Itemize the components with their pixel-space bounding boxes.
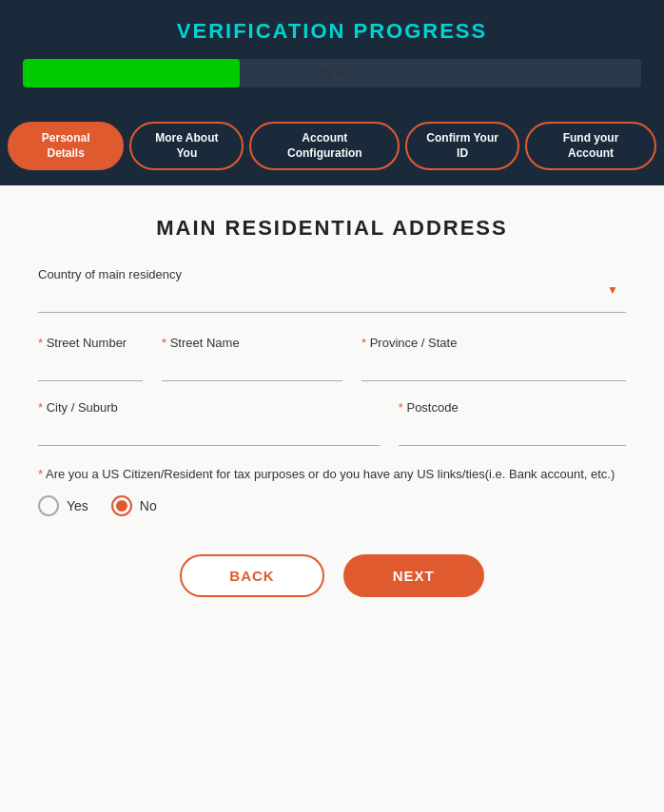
city-postcode-row: City / Suburb Postcode xyxy=(38,400,626,446)
tab-fund-your-account[interactable]: Fund your Account xyxy=(525,122,656,170)
page-title: VERIFICATION PROGRESS xyxy=(23,19,641,44)
province-state-input[interactable] xyxy=(361,356,626,381)
main-content: MAIN RESIDENTIAL ADDRESS Country of main… xyxy=(0,185,664,812)
tab-more-about-you[interactable]: More About You xyxy=(129,122,244,170)
street-name-input[interactable] xyxy=(162,356,342,381)
street-name-group: Street Name xyxy=(162,336,342,381)
header: VERIFICATION PROGRESS 35 % xyxy=(0,0,664,110)
radio-no-item[interactable]: No xyxy=(111,495,157,516)
country-select[interactable]: United States South Africa United Kingdo… xyxy=(38,287,626,313)
next-button[interactable]: NEXT xyxy=(343,554,484,597)
progress-label: 35 % xyxy=(318,67,346,81)
radio-group: Yes No xyxy=(38,495,626,516)
tab-confirm-your-id[interactable]: Confirm Your ID xyxy=(405,122,519,170)
radio-yes-label: Yes xyxy=(67,498,88,513)
tab-personal-details[interactable]: Personal Details xyxy=(8,122,124,170)
progress-bar-background: 35 % xyxy=(23,59,641,87)
country-group: Country of main residency United States … xyxy=(38,267,626,313)
province-state-label: Province / State xyxy=(361,336,626,350)
street-name-label: Street Name xyxy=(162,336,342,350)
postcode-group: Postcode xyxy=(399,400,626,446)
section-title: MAIN RESIDENTIAL ADDRESS xyxy=(38,216,626,241)
tax-question-text: * Are you a US Citizen/Resident for tax … xyxy=(38,465,626,484)
page-container: VERIFICATION PROGRESS 35 % Personal Deta… xyxy=(0,0,664,812)
tab-account-configuration[interactable]: Account Configuration xyxy=(249,122,400,170)
city-suburb-input[interactable] xyxy=(38,420,380,446)
postcode-input[interactable] xyxy=(399,420,626,446)
nav-tabs: Personal Details More About You Account … xyxy=(0,110,664,185)
street-number-input[interactable] xyxy=(38,356,143,381)
back-button[interactable]: BACK xyxy=(180,554,323,597)
tax-question-group: * Are you a US Citizen/Resident for tax … xyxy=(38,465,626,516)
province-state-group: Province / State xyxy=(361,336,626,381)
progress-bar-fill xyxy=(23,59,240,87)
street-number-label: Street Number xyxy=(38,336,143,350)
radio-yes-item[interactable]: Yes xyxy=(38,495,88,516)
radio-no-circle[interactable] xyxy=(111,495,132,516)
country-label: Country of main residency xyxy=(38,267,626,281)
postcode-label: Postcode xyxy=(399,400,626,415)
city-suburb-label: City / Suburb xyxy=(38,400,380,415)
radio-no-label: No xyxy=(140,498,157,513)
street-row: Street Number Street Name Province / Sta… xyxy=(38,336,626,381)
button-row: BACK NEXT xyxy=(38,554,626,597)
city-suburb-group: City / Suburb xyxy=(38,400,380,446)
radio-yes-circle[interactable] xyxy=(38,495,59,516)
street-number-group: Street Number xyxy=(38,336,143,381)
